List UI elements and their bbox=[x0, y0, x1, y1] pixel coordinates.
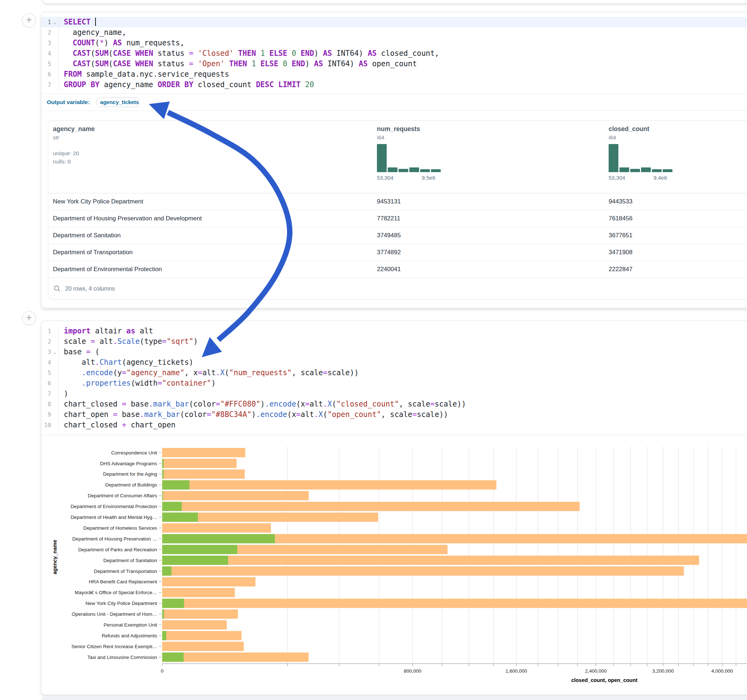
code-line[interactable]: 6FROM sample_data.nyc.service_requests bbox=[41, 69, 747, 80]
svg-text:Department of Environmental Pr: Department of Environmental Protection bbox=[71, 504, 157, 509]
table-row[interactable]: Department of Housing Preservation and D… bbox=[48, 210, 747, 227]
svg-text:Department of Parks and Recrea: Department of Parks and Recreation bbox=[78, 547, 157, 552]
fold-chevron-icon[interactable]: ⌄ bbox=[51, 347, 58, 357]
sql-cell-card: 1⌄SELECT 2 agency_name,3 COUNT(*) AS num… bbox=[41, 12, 747, 308]
line-number: 2 bbox=[41, 27, 51, 38]
line-number: 5 bbox=[41, 59, 51, 69]
code-text: CAST(SUM(CASE WHEN status = 'Open' THEN … bbox=[58, 59, 747, 69]
sql-code-editor[interactable]: 1⌄SELECT 2 agency_name,3 COUNT(*) AS num… bbox=[41, 12, 747, 93]
svg-text:Senior Citizen Rent Increase E: Senior Citizen Rent Increase Exempti… bbox=[71, 644, 157, 649]
table-header: agency_namestrunique: 20nulls: 0num_requ… bbox=[48, 121, 747, 193]
table-footer[interactable]: 20 rows, 4 columns bbox=[48, 278, 747, 299]
table-cell: 3774892 bbox=[372, 249, 604, 256]
table-body: New York City Police Department945313194… bbox=[48, 193, 747, 278]
fold-gutter bbox=[51, 399, 58, 409]
code-text: chart_closed = base.mark_bar(color="#FFC… bbox=[58, 399, 747, 409]
code-line[interactable]: 3⌄base = ( bbox=[41, 347, 747, 357]
svg-text:HRA Benefit Card Replacement: HRA Benefit Card Replacement bbox=[89, 579, 157, 584]
line-number: 8 bbox=[41, 399, 51, 409]
code-line[interactable]: 4 alt.Chart(agency_tickets) bbox=[41, 357, 747, 368]
python-cell-card: 1import altair as alt2scale = alt.Scale(… bbox=[41, 320, 747, 695]
column-histogram[interactable] bbox=[377, 144, 441, 172]
column-header-num_requests[interactable]: num_requestsi6453,3049.5e6 bbox=[372, 121, 604, 193]
table-cell: Department of Environmental Protection bbox=[48, 266, 372, 273]
python-code-editor[interactable]: 1import altair as alt2scale = alt.Scale(… bbox=[41, 321, 747, 435]
line-number: 3 bbox=[41, 347, 51, 357]
table-row[interactable]: Department of Transportation377489234719… bbox=[48, 244, 747, 261]
svg-text:4,000,000: 4,000,000 bbox=[711, 668, 733, 674]
svg-text:Correspondence Unit: Correspondence Unit bbox=[111, 450, 157, 456]
table-row[interactable]: Department of Environmental Protection22… bbox=[48, 261, 747, 278]
table-cell: 3749485 bbox=[372, 232, 604, 239]
column-name: num_requests bbox=[377, 125, 604, 133]
fold-gutter bbox=[51, 69, 58, 80]
line-number: 7 bbox=[41, 80, 51, 90]
add-cell-button[interactable]: + bbox=[22, 311, 36, 325]
text-cursor bbox=[95, 18, 96, 26]
fold-gutter bbox=[51, 409, 58, 420]
code-line[interactable]: 5 .encode(y="agency_name", x=alt.X("num_… bbox=[41, 368, 747, 378]
output-variable-badge[interactable]: agency_tickets bbox=[97, 97, 139, 107]
add-cell-button[interactable]: + bbox=[22, 13, 36, 27]
code-line[interactable]: 8chart_closed = base.mark_bar(color="#FF… bbox=[41, 399, 747, 409]
table-cell: 7618456 bbox=[604, 215, 747, 222]
dataframe-preview-table: agency_namestrunique: 20nulls: 0num_requ… bbox=[48, 120, 747, 300]
histogram-bar bbox=[409, 167, 419, 172]
code-line[interactable]: 5 CAST(SUM(CASE WHEN status = 'Open' THE… bbox=[41, 59, 747, 69]
line-number: 6 bbox=[41, 378, 51, 389]
svg-text:New York City Police Departmen: New York City Police Department bbox=[85, 600, 157, 606]
code-line[interactable]: 1import altair as alt bbox=[41, 326, 747, 336]
code-line[interactable]: 2scale = alt.Scale(type="sqrt") bbox=[41, 336, 747, 347]
fold-gutter bbox=[51, 378, 58, 389]
table-row-count: 20 rows, 4 columns bbox=[65, 285, 115, 292]
table-row[interactable]: Department of Sanitation37494853677651 bbox=[48, 227, 747, 244]
line-number: 9 bbox=[41, 409, 51, 420]
previous-cell-edge bbox=[42, 0, 747, 4]
line-number: 1 bbox=[41, 17, 51, 27]
code-text: scale = alt.Scale(type="sqrt") bbox=[58, 336, 747, 347]
code-text: SELECT bbox=[58, 17, 747, 27]
table-row[interactable]: New York City Police Department945313194… bbox=[48, 193, 747, 210]
svg-text:Department of Sanitation: Department of Sanitation bbox=[103, 558, 157, 563]
column-header-agency_name[interactable]: agency_namestrunique: 20nulls: 0 bbox=[48, 121, 372, 193]
svg-text:0: 0 bbox=[161, 668, 163, 674]
code-text: FROM sample_data.nyc.service_requests bbox=[58, 69, 747, 80]
column-histogram[interactable] bbox=[609, 144, 672, 172]
fold-gutter bbox=[51, 59, 58, 69]
histogram-bar bbox=[388, 167, 398, 172]
svg-text:Department of Homeless Service: Department of Homeless Services bbox=[83, 525, 157, 531]
code-line[interactable]: 3 COUNT(*) AS num_requests, bbox=[41, 38, 747, 48]
table-cell: 3471908 bbox=[604, 249, 747, 256]
histogram-bar bbox=[420, 169, 430, 172]
code-text: GROUP BY agency_name ORDER BY closed_cou… bbox=[58, 80, 747, 90]
code-line[interactable]: 10chart_closed + chart_open bbox=[41, 420, 747, 430]
histogram-bar bbox=[377, 144, 387, 172]
svg-text:Personal Exemption Unit: Personal Exemption Unit bbox=[103, 622, 157, 628]
svg-text:agency_name: agency_name bbox=[52, 540, 57, 574]
code-line[interactable]: 7) bbox=[41, 389, 747, 399]
code-line[interactable]: 4 CAST(SUM(CASE WHEN status = 'Closed' T… bbox=[41, 48, 747, 59]
histogram-range-labels: 53,3049.5e6 bbox=[377, 175, 435, 181]
table-cell: New York City Police Department bbox=[48, 198, 372, 205]
code-text: .encode(y="agency_name", x=alt.X("num_re… bbox=[58, 368, 747, 378]
code-text: .properties(width="container") bbox=[58, 378, 747, 389]
column-name: closed_count bbox=[609, 125, 747, 133]
column-header-closed_count[interactable]: closed_counti6453,3049.4e6 bbox=[604, 121, 747, 193]
code-line[interactable]: 1⌄SELECT bbox=[41, 17, 747, 27]
code-line[interactable]: 7GROUP BY agency_name ORDER BY closed_co… bbox=[41, 80, 747, 90]
fold-gutter bbox=[51, 389, 58, 399]
code-line[interactable]: 2 agency_name, bbox=[41, 27, 747, 38]
svg-text:Department of Buildings: Department of Buildings bbox=[105, 482, 157, 487]
code-line[interactable]: 9chart_open = base.mark_bar(color="#8BC3… bbox=[41, 409, 747, 420]
table-cell: Department of Transportation bbox=[48, 249, 372, 256]
fold-chevron-icon[interactable]: ⌄ bbox=[51, 17, 58, 27]
histogram-bar bbox=[663, 169, 672, 172]
column-name: agency_name bbox=[53, 125, 372, 133]
svg-text:3,200,000: 3,200,000 bbox=[652, 668, 674, 674]
table-cell: Department of Housing Preservation and D… bbox=[48, 215, 372, 222]
fold-gutter bbox=[51, 420, 58, 430]
code-line[interactable]: 6 .properties(width="container") bbox=[41, 378, 747, 389]
svg-text:Refunds and Adjustments: Refunds and Adjustments bbox=[101, 633, 157, 638]
fold-gutter bbox=[51, 368, 58, 378]
histogram-bar bbox=[399, 169, 408, 172]
